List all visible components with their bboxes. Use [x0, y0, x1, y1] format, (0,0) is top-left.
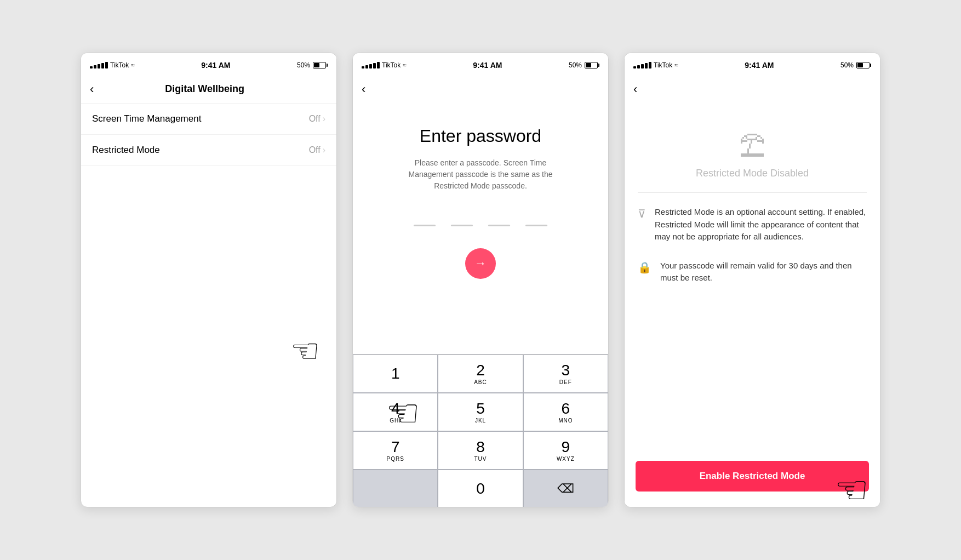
- phone-3: TikTok ≈ 9:41 AM 50% ‹ ⛱ Restricted Mod: [624, 53, 880, 507]
- restricted-icon-area: ⛱ Restricted Mode Disabled: [638, 120, 867, 192]
- lock-icon: 🔒: [638, 261, 651, 274]
- key-8-num: 8: [476, 439, 485, 455]
- umbrella-icon: ⛱: [739, 131, 765, 161]
- screen-time-label: Screen Time Management: [92, 113, 201, 124]
- key-7[interactable]: 7 PQRS: [353, 431, 438, 470]
- restricted-mode-title: Restricted Mode Disabled: [696, 168, 809, 179]
- nav-bar-1: ‹ Digital Wellbeing: [81, 75, 336, 104]
- battery-percent-2: 50%: [569, 61, 582, 69]
- key-1[interactable]: 1: [353, 355, 438, 393]
- screen-time-value: Off: [309, 114, 321, 124]
- key-5-letters: JKL: [475, 418, 486, 424]
- back-button-2[interactable]: ‹: [362, 83, 365, 95]
- key-9-letters: WXYZ: [557, 456, 575, 462]
- time-label-3: 9:41 AM: [745, 61, 774, 70]
- phone-2: TikTok ≈ 9:41 AM 50% ‹ Enter password Pl…: [352, 53, 609, 507]
- screen-time-chevron: ›: [323, 114, 325, 124]
- key-9-num: 9: [562, 439, 570, 455]
- key-2[interactable]: 2 ABC: [438, 355, 523, 393]
- key-6[interactable]: 6 MNO: [523, 393, 608, 431]
- carrier-label-2: TikTok: [382, 61, 401, 69]
- nav-bar-2: ‹: [353, 75, 608, 104]
- key-7-letters: PQRS: [386, 456, 404, 462]
- key-3[interactable]: 3 DEF: [523, 355, 608, 393]
- filter-icon: ⊽: [638, 207, 646, 220]
- enable-btn-label: Enable Restricted Mode: [700, 471, 805, 482]
- keyboard-row-2: 4 GHI 5 JKL 6 MNO: [353, 393, 608, 431]
- time-label-2: 9:41 AM: [473, 61, 502, 70]
- submit-button[interactable]: →: [465, 248, 496, 279]
- submit-arrow-icon: →: [474, 256, 487, 271]
- screen-time-right: Off ›: [309, 114, 325, 124]
- nav-bar-3: ‹: [625, 75, 880, 104]
- restricted-mode-item[interactable]: Restricted Mode Off ›: [81, 135, 336, 166]
- password-content: Enter password Please enter a passcode. …: [353, 104, 608, 354]
- restricted-screen: ⛱ Restricted Mode Disabled ⊽ Restricted …: [625, 104, 880, 507]
- carrier-label-1: TikTok: [110, 61, 129, 69]
- key-8[interactable]: 8 TUV: [438, 431, 523, 470]
- cursor-hand-1: ☜: [290, 332, 320, 370]
- status-bar-2: TikTok ≈ 9:41 AM 50%: [353, 53, 608, 75]
- battery-icon-3: [856, 62, 871, 68]
- enable-restricted-mode-button[interactable]: Enable Restricted Mode: [636, 461, 869, 492]
- back-button-1[interactable]: ‹: [90, 83, 94, 95]
- key-5[interactable]: 5 JKL: [438, 393, 523, 431]
- status-right-1: 50%: [297, 61, 328, 69]
- status-right-3: 50%: [840, 61, 871, 69]
- key-2-num: 2: [476, 363, 485, 378]
- info-item-1: ⊽ Restricted Mode is an optional account…: [638, 206, 867, 243]
- key-3-num: 3: [562, 363, 570, 378]
- signal-icon-2: [362, 62, 380, 68]
- restricted-mode-label: Restricted Mode: [92, 145, 160, 156]
- carrier-label-3: TikTok: [654, 61, 672, 69]
- keyboard-row-4: 0 ⌫: [353, 470, 608, 507]
- wifi-icon-3: ≈: [674, 61, 678, 69]
- divider: [638, 192, 867, 193]
- password-screen: Enter password Please enter a passcode. …: [353, 104, 608, 507]
- battery-percent-3: 50%: [840, 61, 854, 69]
- phones-container: TikTok ≈ 9:41 AM 50% ‹ Digital Wellbeing: [70, 42, 891, 518]
- key-0[interactable]: 0: [438, 470, 523, 507]
- key-4[interactable]: 4 GHI: [353, 393, 438, 431]
- key-delete[interactable]: ⌫: [523, 470, 608, 507]
- info-text-1: Restricted Mode is an optional account s…: [655, 206, 867, 243]
- status-left-1: TikTok ≈: [90, 61, 135, 69]
- time-label-1: 9:41 AM: [201, 61, 230, 70]
- battery-icon-1: [313, 62, 328, 68]
- password-title: Enter password: [420, 125, 541, 146]
- info-text-2: Your passcode will remain valid for 30 d…: [660, 260, 867, 284]
- password-subtitle: Please enter a passcode. Screen Time Man…: [404, 157, 557, 192]
- status-right-2: 50%: [569, 61, 599, 69]
- key-3-letters: DEF: [559, 379, 572, 385]
- status-left-3: TikTok ≈: [633, 61, 678, 69]
- battery-percent-1: 50%: [297, 61, 310, 69]
- delete-icon: ⌫: [557, 482, 574, 496]
- status-bar-1: TikTok ≈ 9:41 AM 50%: [81, 53, 336, 75]
- phone-1: TikTok ≈ 9:41 AM 50% ‹ Digital Wellbeing: [81, 53, 337, 507]
- back-button-3[interactable]: ‹: [633, 83, 637, 95]
- pin-dot-2: [451, 225, 473, 226]
- key-6-letters: MNO: [558, 418, 573, 424]
- restricted-footer: Enable Restricted Mode: [625, 452, 880, 507]
- key-6-num: 6: [562, 401, 570, 416]
- battery-icon-2: [585, 62, 599, 68]
- key-4-num: 4: [391, 401, 400, 416]
- status-bar-3: TikTok ≈ 9:41 AM 50%: [625, 53, 880, 75]
- screen-time-item[interactable]: Screen Time Management Off ›: [81, 104, 336, 135]
- keyboard-row-1: 1 2 ABC 3 DEF: [353, 355, 608, 393]
- page-title-1: Digital Wellbeing: [100, 83, 309, 95]
- restricted-mode-chevron: ›: [323, 145, 325, 155]
- pin-dot-1: [414, 225, 436, 226]
- key-7-num: 7: [391, 439, 400, 455]
- numpad-keyboard: 1 2 ABC 3 DEF 4 GHI: [353, 354, 608, 507]
- settings-list: Screen Time Management Off › Restricted …: [81, 104, 336, 166]
- info-item-2: 🔒 Your passcode will remain valid for 30…: [638, 260, 867, 284]
- key-5-num: 5: [476, 401, 485, 416]
- pin-dot-4: [525, 225, 547, 226]
- key-9[interactable]: 9 WXYZ: [523, 431, 608, 470]
- keyboard-row-3: 7 PQRS 8 TUV 9 WXYZ: [353, 431, 608, 470]
- key-empty: [353, 470, 438, 507]
- restricted-mode-right: Off ›: [309, 145, 325, 155]
- restricted-content: ⛱ Restricted Mode Disabled ⊽ Restricted …: [625, 104, 880, 452]
- signal-icon-3: [633, 62, 651, 68]
